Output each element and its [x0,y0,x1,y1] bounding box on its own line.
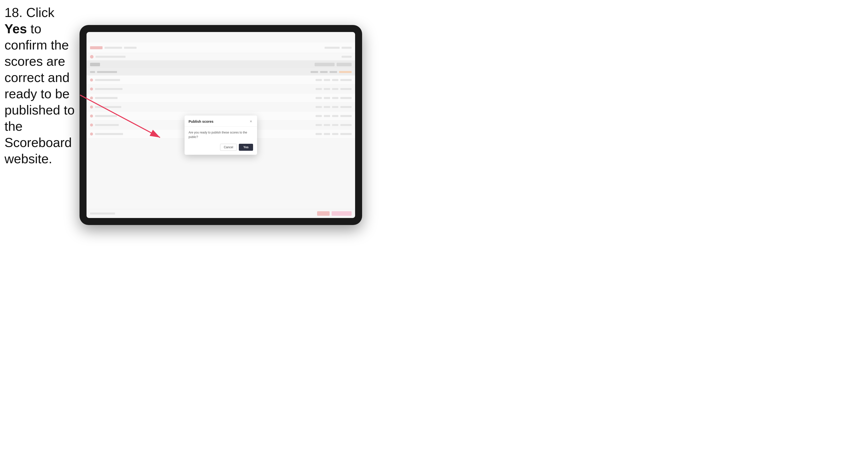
instruction-text: 18. Click Yes to confirm the scores are … [4,4,77,167]
dialog-body: Are you ready to publish these scores to… [185,127,257,144]
dialog-footer: Cancel Yes [185,144,257,155]
tablet-device: Publish scores × Are you ready to publis… [80,25,362,225]
dialog-close-button[interactable]: × [249,119,253,124]
instruction-prefix: Click [26,5,55,20]
instruction-suffix: to confirm the scores are correct and re… [4,22,74,166]
publish-scores-dialog: Publish scores × Are you ready to publis… [185,116,257,155]
step-number: 18. [4,5,23,20]
tablet-screen: Publish scores × Are you ready to publis… [87,32,355,218]
dialog-header: Publish scores × [185,116,257,127]
dialog-title: Publish scores [189,120,214,124]
yes-button[interactable]: Yes [239,144,253,151]
cancel-button[interactable]: Cancel [220,144,237,151]
dialog-message: Are you ready to publish these scores to… [189,130,253,139]
bold-yes: Yes [4,22,27,36]
dialog-overlay: Publish scores × Are you ready to publis… [87,32,355,218]
